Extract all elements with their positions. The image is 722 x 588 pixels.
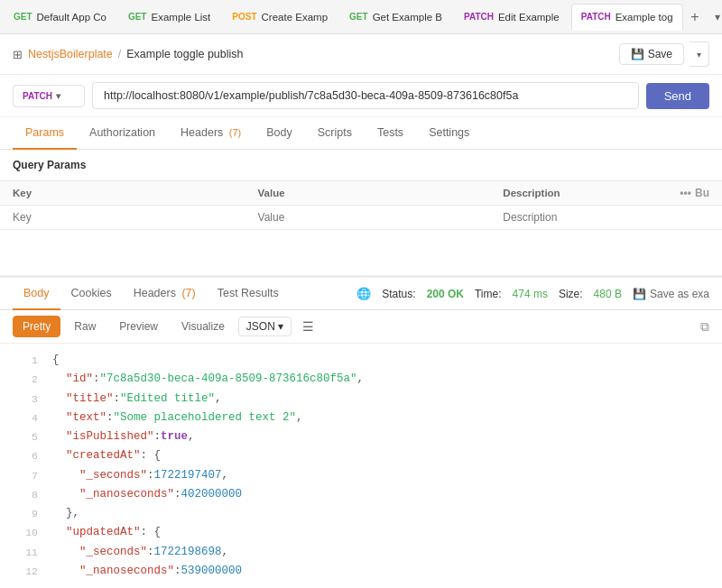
col-key-header: Key (0, 181, 245, 206)
json-line-11: 11 "_seconds": 1722198698, (0, 543, 722, 562)
json-line-8: 8 "_nanoseconds": 402000000 (0, 485, 722, 504)
response-tabs-bar: Body Cookies Headers (7) Test Results 🌐 … (0, 278, 722, 310)
tab-tests[interactable]: Tests (365, 117, 416, 150)
tab-body[interactable]: Body (254, 117, 305, 150)
tab-create-example[interactable]: POST Create Examp (222, 4, 338, 31)
tab-method-patch1: PATCH (464, 12, 494, 22)
copy-icon[interactable]: ⧉ (700, 319, 709, 335)
more-icon[interactable]: ••• (680, 187, 691, 199)
tab-get-example-b[interactable]: GET Get Example B (339, 4, 452, 31)
tab-bar: GET Default App Co GET Example List POST… (0, 0, 722, 34)
key-input[interactable] (13, 211, 233, 224)
globe-icon: 🌐 (356, 287, 371, 300)
json-line-10: 10 "updatedAt": { (0, 523, 722, 542)
headers-label: Headers (180, 126, 223, 139)
resp-tab-test-results[interactable]: Test Results (207, 278, 290, 310)
save-dropdown-button[interactable]: ▾ (690, 41, 709, 67)
response-status-area: 🌐 Status: 200 OK Time: 474 ms Size: 480 … (356, 287, 709, 300)
tab-label-4: Get Example B (373, 12, 442, 23)
json-body: 1 { 2 "id": "7c8a5d30-beca-409a-8509-873… (0, 344, 722, 588)
tab-settings[interactable]: Settings (416, 117, 482, 150)
tab-method-get1: GET (14, 12, 32, 22)
time-label: Time: (475, 288, 502, 300)
query-params-label: Query Params (0, 150, 722, 180)
format-selector-label: JSON (246, 320, 275, 333)
tab-example-list[interactable]: GET Example List (118, 4, 220, 31)
query-params-section: Query Params Key Value Description ••• B… (0, 150, 722, 230)
json-line-5: 5 "isPublished": true, (0, 427, 722, 446)
col-value-header: Value (245, 181, 491, 206)
line-num-1: 1 (13, 351, 38, 370)
tab-params[interactable]: Params (13, 117, 77, 150)
save-icon: 💾 (631, 48, 644, 60)
params-table: Key Value Description ••• Bu (0, 180, 722, 230)
tab-edit-example[interactable]: PATCH Edit Example (454, 4, 569, 31)
method-selector[interactable]: PATCH ▾ (13, 85, 85, 107)
headers-badge: (7) (229, 127, 241, 138)
send-button[interactable]: Send (646, 83, 709, 109)
tab-label-3: Create Examp (262, 12, 329, 23)
scripts-label: Scripts (318, 126, 352, 139)
url-bar: PATCH ▾ Send (0, 75, 722, 117)
tab-label-5: Edit Example (498, 12, 560, 23)
value-input[interactable] (258, 211, 478, 224)
status-label: Status: (382, 288, 415, 300)
breadcrumb-icon: ⊞ (13, 48, 23, 61)
breadcrumb-title: Example toggle publish (126, 48, 243, 60)
tab-method-get2: GET (128, 12, 147, 22)
save-button[interactable]: 💾 Save (619, 43, 684, 65)
json-line-2: 2 "id": "7c8a5d30-beca-409a-8509-873616c… (0, 370, 722, 389)
resp-tab-body[interactable]: Body (13, 278, 60, 310)
fmt-raw[interactable]: Raw (64, 316, 106, 337)
add-tab-button[interactable]: + (685, 5, 706, 29)
filter-icon[interactable]: ☰ (302, 319, 314, 334)
tab-example-toggle[interactable]: PATCH Example tog (571, 4, 683, 31)
tab-label-2: Example List (151, 12, 210, 23)
method-chevron-icon: ▾ (56, 91, 60, 101)
tab-method-post: POST (232, 12, 256, 22)
resp-tab-cookies[interactable]: Cookies (60, 278, 123, 310)
resp-headers-label: Headers (134, 287, 176, 299)
tab-headers[interactable]: Headers (7) (168, 117, 254, 150)
url-input[interactable] (92, 82, 639, 109)
response-area: Body Cookies Headers (7) Test Results 🌐 … (0, 275, 722, 588)
tab-label-1: Default App Co (37, 12, 106, 23)
tab-method-get3: GET (349, 12, 368, 22)
tab-method-patch2: PATCH (581, 12, 611, 22)
request-header: ⊞ NestjsBoilerplate / Example toggle pub… (0, 34, 722, 75)
tab-scripts[interactable]: Scripts (305, 117, 365, 150)
resp-tab-headers[interactable]: Headers (7) (123, 278, 207, 310)
resp-body-label: Body (23, 287, 50, 299)
size-value: 480 B (594, 288, 622, 300)
save-as-button[interactable]: 💾 Save as exa (633, 288, 709, 300)
resp-test-results-label: Test Results (218, 287, 279, 299)
size-label: Size: (559, 288, 583, 300)
authorization-label: Authorization (89, 126, 155, 139)
tab-label-6: Example tog (616, 12, 673, 23)
resp-headers-badge: (7) (181, 287, 195, 299)
bulk-edit-icon[interactable]: Bu (695, 187, 709, 199)
json-line-4: 4 "text": "Some placeholdered text 2", (0, 409, 722, 427)
description-input[interactable] (503, 211, 654, 224)
tests-label: Tests (377, 126, 403, 139)
time-value: 474 ms (513, 288, 548, 300)
tab-default-app[interactable]: GET Default App Co (4, 4, 116, 31)
json-line-9: 9 }, (0, 504, 722, 523)
settings-label: Settings (429, 126, 469, 139)
json-line-7: 7 "_seconds": 1722197407, (0, 466, 722, 485)
json-line-12: 12 "_nanoseconds": 539000000 (0, 562, 722, 581)
fmt-pretty[interactable]: Pretty (13, 316, 60, 337)
save-as-label: Save as exa (650, 288, 709, 300)
status-value: 200 OK (427, 288, 464, 300)
params-label: Params (25, 126, 64, 139)
format-selector[interactable]: JSON ▾ (238, 317, 292, 336)
json-line-6: 6 "createdAt": { (0, 446, 722, 465)
fmt-visualize[interactable]: Visualize (171, 316, 235, 337)
param-placeholder-row (0, 206, 722, 230)
tab-authorization[interactable]: Authorization (77, 117, 168, 150)
col-desc-header: Description (490, 181, 667, 206)
fmt-preview[interactable]: Preview (109, 316, 168, 337)
tabs-dropdown-button[interactable]: ▾ (708, 5, 722, 29)
breadcrumb: ⊞ NestjsBoilerplate / Example toggle pub… (13, 48, 619, 61)
spacer (0, 230, 722, 275)
